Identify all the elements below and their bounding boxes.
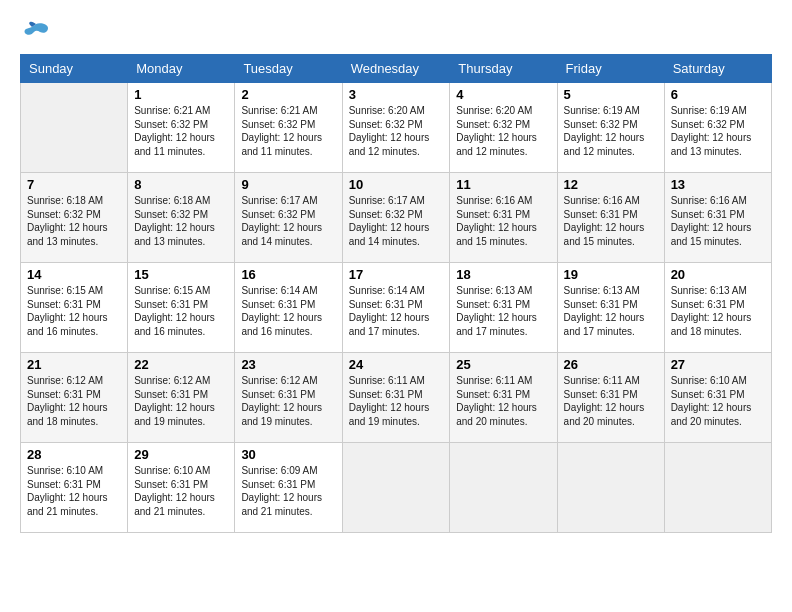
sunrise-label: Sunrise: 6:16 AM: [456, 195, 532, 206]
day-info: Sunrise: 6:13 AMSunset: 6:31 PMDaylight:…: [564, 284, 658, 338]
sunrise-label: Sunrise: 6:10 AM: [134, 465, 210, 476]
sunrise-label: Sunrise: 6:18 AM: [134, 195, 210, 206]
sunset-label: Sunset: 6:31 PM: [349, 299, 423, 310]
sunset-label: Sunset: 6:32 PM: [134, 209, 208, 220]
day-info: Sunrise: 6:20 AMSunset: 6:32 PMDaylight:…: [349, 104, 444, 158]
sunset-label: Sunset: 6:31 PM: [134, 389, 208, 400]
calendar-cell: 22Sunrise: 6:12 AMSunset: 6:31 PMDayligh…: [128, 353, 235, 443]
week-row-1: 1Sunrise: 6:21 AMSunset: 6:32 PMDaylight…: [21, 83, 772, 173]
calendar-cell: 30Sunrise: 6:09 AMSunset: 6:31 PMDayligh…: [235, 443, 342, 533]
day-number: 29: [134, 447, 228, 462]
daylight-label: Daylight: 12 hours and 18 minutes.: [27, 402, 108, 427]
day-info: Sunrise: 6:19 AMSunset: 6:32 PMDaylight:…: [564, 104, 658, 158]
calendar-cell: 27Sunrise: 6:10 AMSunset: 6:31 PMDayligh…: [664, 353, 771, 443]
sunset-label: Sunset: 6:31 PM: [349, 389, 423, 400]
calendar-cell: 15Sunrise: 6:15 AMSunset: 6:31 PMDayligh…: [128, 263, 235, 353]
day-info: Sunrise: 6:12 AMSunset: 6:31 PMDaylight:…: [27, 374, 121, 428]
day-info: Sunrise: 6:11 AMSunset: 6:31 PMDaylight:…: [456, 374, 550, 428]
day-info: Sunrise: 6:12 AMSunset: 6:31 PMDaylight:…: [134, 374, 228, 428]
sunset-label: Sunset: 6:31 PM: [456, 299, 530, 310]
daylight-label: Daylight: 12 hours and 15 minutes.: [671, 222, 752, 247]
sunrise-label: Sunrise: 6:17 AM: [241, 195, 317, 206]
day-number: 16: [241, 267, 335, 282]
sunset-label: Sunset: 6:32 PM: [349, 119, 423, 130]
calendar-cell: 13Sunrise: 6:16 AMSunset: 6:31 PMDayligh…: [664, 173, 771, 263]
sunset-label: Sunset: 6:32 PM: [564, 119, 638, 130]
day-info: Sunrise: 6:09 AMSunset: 6:31 PMDaylight:…: [241, 464, 335, 518]
sunrise-label: Sunrise: 6:14 AM: [349, 285, 425, 296]
day-info: Sunrise: 6:16 AMSunset: 6:31 PMDaylight:…: [671, 194, 765, 248]
daylight-label: Daylight: 12 hours and 20 minutes.: [671, 402, 752, 427]
sunrise-label: Sunrise: 6:10 AM: [671, 375, 747, 386]
daylight-label: Daylight: 12 hours and 15 minutes.: [564, 222, 645, 247]
calendar-cell: 11Sunrise: 6:16 AMSunset: 6:31 PMDayligh…: [450, 173, 557, 263]
col-header-friday: Friday: [557, 55, 664, 83]
daylight-label: Daylight: 12 hours and 16 minutes.: [27, 312, 108, 337]
day-number: 20: [671, 267, 765, 282]
calendar-cell: [342, 443, 450, 533]
sunset-label: Sunset: 6:31 PM: [241, 389, 315, 400]
day-number: 25: [456, 357, 550, 372]
calendar-cell: 29Sunrise: 6:10 AMSunset: 6:31 PMDayligh…: [128, 443, 235, 533]
sunset-label: Sunset: 6:31 PM: [456, 209, 530, 220]
daylight-label: Daylight: 12 hours and 21 minutes.: [134, 492, 215, 517]
daylight-label: Daylight: 12 hours and 20 minutes.: [564, 402, 645, 427]
col-header-wednesday: Wednesday: [342, 55, 450, 83]
calendar-cell: 28Sunrise: 6:10 AMSunset: 6:31 PMDayligh…: [21, 443, 128, 533]
day-number: 14: [27, 267, 121, 282]
calendar-cell: 3Sunrise: 6:20 AMSunset: 6:32 PMDaylight…: [342, 83, 450, 173]
calendar-cell: 23Sunrise: 6:12 AMSunset: 6:31 PMDayligh…: [235, 353, 342, 443]
logo: [20, 20, 50, 44]
day-info: Sunrise: 6:14 AMSunset: 6:31 PMDaylight:…: [349, 284, 444, 338]
week-row-3: 14Sunrise: 6:15 AMSunset: 6:31 PMDayligh…: [21, 263, 772, 353]
daylight-label: Daylight: 12 hours and 15 minutes.: [456, 222, 537, 247]
sunrise-label: Sunrise: 6:16 AM: [671, 195, 747, 206]
day-number: 10: [349, 177, 444, 192]
day-number: 8: [134, 177, 228, 192]
sunrise-label: Sunrise: 6:21 AM: [134, 105, 210, 116]
daylight-label: Daylight: 12 hours and 21 minutes.: [241, 492, 322, 517]
col-header-sunday: Sunday: [21, 55, 128, 83]
calendar-cell: 14Sunrise: 6:15 AMSunset: 6:31 PMDayligh…: [21, 263, 128, 353]
day-number: 4: [456, 87, 550, 102]
sunset-label: Sunset: 6:31 PM: [134, 479, 208, 490]
day-info: Sunrise: 6:16 AMSunset: 6:31 PMDaylight:…: [456, 194, 550, 248]
sunrise-label: Sunrise: 6:19 AM: [564, 105, 640, 116]
daylight-label: Daylight: 12 hours and 11 minutes.: [134, 132, 215, 157]
daylight-label: Daylight: 12 hours and 16 minutes.: [134, 312, 215, 337]
day-number: 11: [456, 177, 550, 192]
col-header-thursday: Thursday: [450, 55, 557, 83]
sunrise-label: Sunrise: 6:14 AM: [241, 285, 317, 296]
daylight-label: Daylight: 12 hours and 17 minutes.: [564, 312, 645, 337]
sunrise-label: Sunrise: 6:15 AM: [27, 285, 103, 296]
day-info: Sunrise: 6:17 AMSunset: 6:32 PMDaylight:…: [241, 194, 335, 248]
col-header-saturday: Saturday: [664, 55, 771, 83]
sunset-label: Sunset: 6:31 PM: [241, 299, 315, 310]
day-info: Sunrise: 6:11 AMSunset: 6:31 PMDaylight:…: [349, 374, 444, 428]
sunset-label: Sunset: 6:32 PM: [241, 209, 315, 220]
day-info: Sunrise: 6:19 AMSunset: 6:32 PMDaylight:…: [671, 104, 765, 158]
day-info: Sunrise: 6:21 AMSunset: 6:32 PMDaylight:…: [134, 104, 228, 158]
day-info: Sunrise: 6:12 AMSunset: 6:31 PMDaylight:…: [241, 374, 335, 428]
sunrise-label: Sunrise: 6:10 AM: [27, 465, 103, 476]
daylight-label: Daylight: 12 hours and 12 minutes.: [349, 132, 430, 157]
day-number: 17: [349, 267, 444, 282]
daylight-label: Daylight: 12 hours and 13 minutes.: [27, 222, 108, 247]
sunset-label: Sunset: 6:31 PM: [671, 209, 745, 220]
daylight-label: Daylight: 12 hours and 11 minutes.: [241, 132, 322, 157]
calendar-cell: 6Sunrise: 6:19 AMSunset: 6:32 PMDaylight…: [664, 83, 771, 173]
sunset-label: Sunset: 6:31 PM: [27, 299, 101, 310]
week-row-4: 21Sunrise: 6:12 AMSunset: 6:31 PMDayligh…: [21, 353, 772, 443]
day-number: 24: [349, 357, 444, 372]
calendar-cell: 10Sunrise: 6:17 AMSunset: 6:32 PMDayligh…: [342, 173, 450, 263]
calendar-cell: 18Sunrise: 6:13 AMSunset: 6:31 PMDayligh…: [450, 263, 557, 353]
daylight-label: Daylight: 12 hours and 21 minutes.: [27, 492, 108, 517]
day-info: Sunrise: 6:16 AMSunset: 6:31 PMDaylight:…: [564, 194, 658, 248]
sunset-label: Sunset: 6:32 PM: [27, 209, 101, 220]
calendar-cell: 20Sunrise: 6:13 AMSunset: 6:31 PMDayligh…: [664, 263, 771, 353]
daylight-label: Daylight: 12 hours and 14 minutes.: [241, 222, 322, 247]
calendar-cell: 4Sunrise: 6:20 AMSunset: 6:32 PMDaylight…: [450, 83, 557, 173]
week-row-2: 7Sunrise: 6:18 AMSunset: 6:32 PMDaylight…: [21, 173, 772, 263]
week-row-5: 28Sunrise: 6:10 AMSunset: 6:31 PMDayligh…: [21, 443, 772, 533]
sunset-label: Sunset: 6:32 PM: [241, 119, 315, 130]
